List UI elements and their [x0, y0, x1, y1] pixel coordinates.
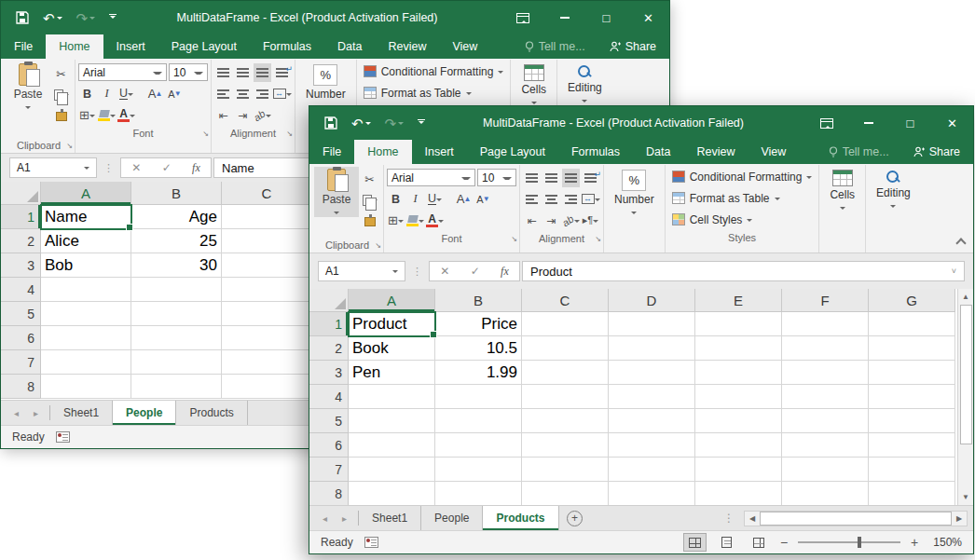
- cell-A7[interactable]: [349, 458, 435, 482]
- cell-B2[interactable]: 10.5: [435, 336, 522, 361]
- prev-sheet-icon[interactable]: ◂: [14, 408, 19, 418]
- cell-C1[interactable]: [222, 205, 312, 229]
- cell-E6[interactable]: [695, 433, 782, 458]
- align-bottom-icon[interactable]: [562, 169, 580, 187]
- formula-bar[interactable]: Product˅: [522, 261, 965, 281]
- cell-C6[interactable]: [522, 433, 609, 458]
- font-name-combo[interactable]: Arial: [387, 169, 475, 186]
- cell-B4[interactable]: [435, 385, 522, 409]
- cell-D5[interactable]: [609, 409, 695, 433]
- column-header-A[interactable]: A: [349, 289, 435, 312]
- undo-button[interactable]: ↶: [43, 11, 62, 25]
- merge-center-icon[interactable]: [273, 85, 292, 103]
- cell-F8[interactable]: [782, 482, 869, 505]
- cell-G3[interactable]: [869, 361, 955, 385]
- row-header-3[interactable]: 3: [1, 253, 41, 278]
- sheet-tab-sheet1[interactable]: Sheet1: [50, 401, 113, 425]
- cell-F4[interactable]: [782, 385, 869, 409]
- close-button[interactable]: ✕: [931, 106, 973, 140]
- tab-page-layout[interactable]: Page Layout: [158, 34, 250, 59]
- cell-B8[interactable]: [131, 375, 222, 399]
- font-color-icon[interactable]: A: [426, 212, 444, 230]
- font-size-combo[interactable]: 10: [477, 169, 516, 186]
- row-header-7[interactable]: 7: [1, 350, 41, 375]
- cell-E2[interactable]: [695, 336, 782, 361]
- vertical-scroll-thumb[interactable]: [960, 305, 972, 444]
- tab-view[interactable]: View: [748, 140, 799, 164]
- cell-A2[interactable]: Book: [349, 336, 435, 361]
- customize-qat-icon[interactable]: [418, 119, 425, 128]
- cell-E8[interactable]: [695, 482, 782, 505]
- cell-G4[interactable]: [869, 385, 955, 409]
- merge-center-icon[interactable]: [582, 190, 600, 209]
- row-header-6[interactable]: 6: [1, 326, 41, 350]
- orientation-icon[interactable]: ab: [562, 212, 580, 230]
- row-header-2[interactable]: 2: [1, 229, 41, 253]
- cell-F6[interactable]: [782, 433, 869, 458]
- zoom-slider[interactable]: [798, 541, 900, 543]
- prev-sheet-icon[interactable]: ◂: [323, 513, 327, 524]
- zoom-in-button[interactable]: +: [909, 535, 920, 550]
- cell-B3[interactable]: 1.99: [435, 361, 522, 385]
- font-dialog-launcher[interactable]: ↘: [511, 235, 517, 243]
- customize-qat-icon[interactable]: [109, 14, 117, 22]
- align-center-icon[interactable]: [542, 190, 560, 209]
- row-header-4[interactable]: 4: [309, 385, 349, 409]
- cell-D4[interactable]: [609, 385, 695, 409]
- macro-record-icon[interactable]: [364, 537, 378, 548]
- wrap-text-icon[interactable]: [273, 63, 291, 82]
- borders-icon[interactable]: ⊞: [387, 212, 405, 230]
- tab-view[interactable]: View: [439, 34, 490, 59]
- number-format-button[interactable]: % Number: [607, 167, 662, 217]
- align-middle-icon[interactable]: [542, 169, 560, 187]
- maximize-button[interactable]: □: [585, 1, 627, 34]
- sheet-tab-people[interactable]: People: [421, 506, 483, 530]
- cell-B5[interactable]: [435, 409, 522, 433]
- row-header-8[interactable]: 8: [1, 375, 41, 399]
- decrease-font-icon[interactable]: A▼: [166, 85, 184, 103]
- insert-function-icon[interactable]: fx: [192, 161, 200, 175]
- row-header-4[interactable]: 4: [1, 278, 41, 302]
- align-top-icon[interactable]: [523, 169, 541, 187]
- italic-button[interactable]: I: [406, 190, 424, 209]
- cell-D7[interactable]: [609, 458, 695, 482]
- row-header-6[interactable]: 6: [309, 433, 349, 458]
- zoom-out-button[interactable]: −: [778, 535, 790, 550]
- scroll-left-icon[interactable]: ◀: [745, 514, 760, 523]
- tab-home[interactable]: Home: [46, 34, 103, 59]
- scroll-right-icon[interactable]: ▶: [952, 514, 967, 523]
- cell-E1[interactable]: [695, 312, 782, 336]
- row-header-1[interactable]: 1: [309, 312, 349, 336]
- tab-review[interactable]: Review: [375, 34, 439, 59]
- row-header-1[interactable]: 1: [1, 205, 41, 229]
- text-direction-icon[interactable]: ▸¶: [582, 212, 599, 230]
- paste-button[interactable]: Paste: [6, 61, 50, 112]
- cell-C2[interactable]: [222, 229, 312, 253]
- increase-indent-icon[interactable]: ⇥: [542, 212, 560, 230]
- orientation-icon[interactable]: ab: [254, 106, 271, 125]
- row-header-7[interactable]: 7: [309, 458, 349, 482]
- page-layout-view-button[interactable]: [715, 533, 738, 552]
- cells-button[interactable]: Cells: [514, 61, 554, 107]
- align-right-icon[interactable]: [562, 190, 580, 209]
- cell-C4[interactable]: [522, 385, 609, 409]
- alignment-dialog-launcher[interactable]: ↘: [595, 235, 601, 243]
- tab-home[interactable]: Home: [354, 140, 411, 164]
- vertical-scrollbar[interactable]: ▲ ▼: [957, 289, 973, 505]
- column-header-A[interactable]: A: [41, 182, 131, 205]
- tab-data[interactable]: Data: [324, 34, 375, 59]
- share-button[interactable]: Share: [900, 140, 973, 164]
- decrease-indent-icon[interactable]: ⇤: [214, 106, 232, 125]
- cell-A6[interactable]: [41, 326, 131, 350]
- cell-A7[interactable]: [41, 350, 131, 375]
- cell-E5[interactable]: [695, 409, 782, 433]
- cell-D2[interactable]: [609, 336, 695, 361]
- row-header-2[interactable]: 2: [309, 336, 349, 361]
- cell-styles-button[interactable]: Cell Styles: [668, 209, 817, 230]
- align-top-icon[interactable]: [214, 63, 232, 82]
- tab-page-layout[interactable]: Page Layout: [467, 140, 558, 164]
- cell-E3[interactable]: [695, 361, 782, 385]
- conditional-formatting-button[interactable]: Conditional Formatting: [360, 61, 508, 82]
- cell-G2[interactable]: [869, 336, 955, 361]
- cell-B3[interactable]: 30: [131, 253, 222, 278]
